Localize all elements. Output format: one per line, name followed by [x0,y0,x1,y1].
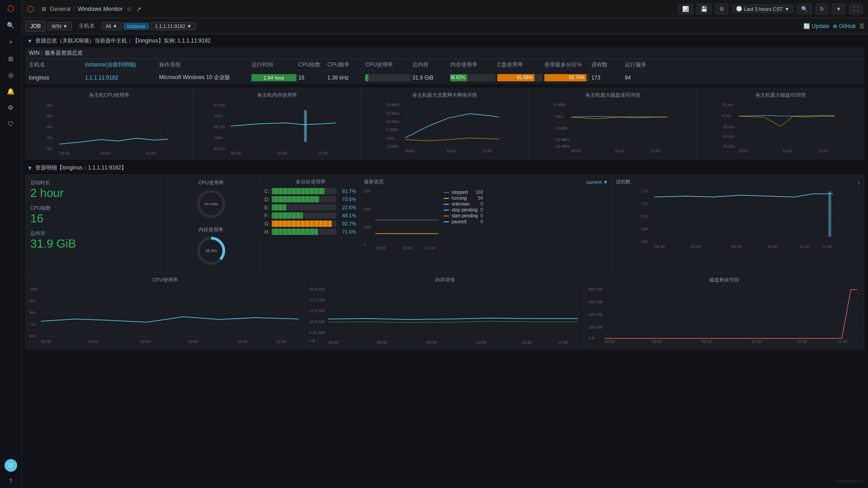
refresh-button[interactable]: ↻ [816,4,828,14]
disk-free-panel: 磁盘剩余空间 800 GB 600 GB 400 GB 200 GB 0 B 0… [585,273,864,349]
total-mem-value: 31.9 GiB [30,237,156,251]
filter-all[interactable]: All ▼ [102,22,122,30]
zoom-out-button[interactable]: 🔍 [797,4,812,14]
col-processes: 进程数 [591,61,623,69]
process-sort-btn[interactable]: ↕ [858,179,861,185]
col-total-mem: 总内存 [412,61,448,69]
svg-text:11:00: 11:00 [146,151,156,155]
cell-c-disk: 81.68% [497,74,542,81]
cell-cpu-freq: 1.38 kHz [327,75,363,81]
grid-nav-icon[interactable]: ⊞ [5,52,16,65]
chart-cpu-usage: 各主机CPU使用率 8% 6% 4% 2% 0% 09:00 10:00 11:… [25,88,193,160]
update-button[interactable]: 🔄 Update [803,23,829,29]
disk-label-h: H: [264,229,270,235]
svg-text:↕: ↕ [562,111,564,115]
cell-instance[interactable]: 1.1.1.11:9182 [85,75,157,81]
col-services: 运行服务 [625,61,661,69]
disk-label-c: C: [264,188,270,194]
svg-text:↕: ↕ [730,108,731,113]
breadcrumb-parent[interactable]: General [50,5,71,12]
process-count-panel: 进程数 ↕ 174 172 170 168 166 08:30 09:00 09… [612,175,864,272]
svg-text:09:00: 09:00 [89,339,99,344]
cpu-gauge-label: CPU使用率 [166,179,256,186]
svg-text:10:00: 10:00 [768,244,778,249]
svg-text:8%: 8% [47,103,53,108]
svg-text:09:30: 09:30 [702,339,712,344]
bell-icon[interactable]: 🔔 [4,85,17,98]
chart-button[interactable]: 📊 [678,4,693,14]
service-current-btn[interactable]: current ▼ [586,179,608,185]
gear-nav-icon[interactable]: ⚙ [5,101,16,114]
cell-max-partition: 92.74% [544,74,590,81]
save-button[interactable]: 💾 [697,4,712,14]
tag-instance[interactable]: instance [123,23,149,30]
svg-text:11:00: 11:00 [558,340,568,344]
svg-text:0 b/s: 0 b/s [387,136,395,141]
github-button[interactable]: ⊕ GitHub [833,23,856,29]
breadcrumb: General / Windows Monitor [50,5,123,12]
svg-text:0 B: 0 B [309,338,316,343]
ip-selector[interactable]: 1.1.1.11:9182 ▼ [151,22,196,30]
svg-text:4%: 4% [47,125,53,129]
svg-text:09:00: 09:00 [405,149,415,153]
fullscreen-button[interactable]: ⛶ [849,4,863,14]
col-cpu-freq: CPU频率 [327,61,363,69]
svg-text:08:30: 08:30 [655,244,665,249]
col-instance: instance(连接到明细) [85,61,157,69]
svg-text:25 io/s: 25 io/s [722,103,733,107]
star-icon[interactable]: ☆ [127,5,132,13]
collapse-arrow[interactable]: ▼ [27,38,33,44]
chart-disk-io-area: 25 io/s 0 io/s -25 io/s -50 io/s -75 io/… [701,101,860,155]
disk-partitions-panel: 各分区使用率 C: 81.7% D: 73.5% E: 22.6% F: [261,175,360,272]
settings-button[interactable]: ⚙ [715,4,728,14]
svg-text:27.9 GiB: 27.9 GiB [309,309,325,313]
shield-icon[interactable]: 🛡 [5,117,17,130]
svg-text:200 GB: 200 GB [589,325,603,329]
svg-text:-25 io/s: -25 io/s [722,125,734,129]
charts-grid: 各主机CPU使用率 8% 6% 4% 2% 0% 09:00 10:00 11:… [25,88,864,160]
svg-text:↕: ↕ [562,131,564,136]
svg-text:6%: 6% [30,334,36,338]
add-icon[interactable]: ＋ [5,35,17,49]
chevron-down-icon: ▼ [187,23,192,29]
legend-stop-pending: stop pending 0 [443,207,483,212]
tab-hostname[interactable]: 主机名 [74,20,100,32]
svg-text:11:00: 11:00 [818,149,827,153]
svg-text:10:30: 10:30 [799,244,810,249]
detail-collapse-arrow[interactable]: ▼ [27,165,33,171]
breadcrumb-sep: / [73,5,75,12]
svg-text:37%: 37% [215,114,223,118]
left-sidebar: ⬡ 🔍 ＋ ⊞ ◎ 🔔 ⚙ 🛡 U ? [0,0,22,349]
svg-text:No Data: No Data [204,202,218,206]
svg-text:08:30: 08:30 [604,339,615,344]
cell-uptime: 1.84 hour [251,74,297,81]
grid-icon[interactable]: ⊞ [42,6,46,12]
service-title: 服务状态 [364,178,384,185]
mem-gauge-label: 内存使用率 [166,226,256,233]
svg-text:11:00: 11:00 [425,246,435,250]
compass-icon[interactable]: ◎ [5,69,16,81]
svg-text:174: 174 [641,189,648,193]
service-content: 300 200 100 0 09:00 10:00 11:00 stop [364,187,608,250]
svg-text:600 GB: 600 GB [589,300,603,304]
svg-text:36%: 36% [215,136,223,140]
tab-win[interactable]: WIN ▼ [47,22,71,30]
legend-start-pending: start pending 0 [443,213,483,218]
svg-text:400 GB: 400 GB [589,312,603,317]
svg-text:35.5%: 35.5% [214,146,226,151]
disk-pct-d: 73.5% [338,197,356,202]
tab-job[interactable]: JOB [25,21,46,32]
svg-text:168: 168 [641,227,648,231]
detail-top-row: 启动时长 2 hour CPU核数 16 总内存 31.9 GiB CPU使用率… [25,174,864,273]
share-icon[interactable]: ↗ [136,5,142,13]
disk-label-d: D: [264,197,270,202]
cell-processes: 173 [591,75,623,81]
disk-row-e: E: 22.6% [264,204,356,211]
time-picker[interactable]: 🕐 Last 3 hours CST ▼ [732,5,793,13]
more-button[interactable]: ▼ [832,4,845,14]
chart-disk-io-title: 各主机最大磁盘IO详情 [701,92,860,99]
chart-disk-rw: 各主机最大磁盘读写详情 5 MB/s 0 B/s -5 MB/s -10 MB/… [529,88,697,160]
menu-icon[interactable]: ☰ [859,23,864,29]
svg-text:36.9%: 36.9% [205,249,217,253]
search-icon[interactable]: 🔍 [4,19,17,32]
